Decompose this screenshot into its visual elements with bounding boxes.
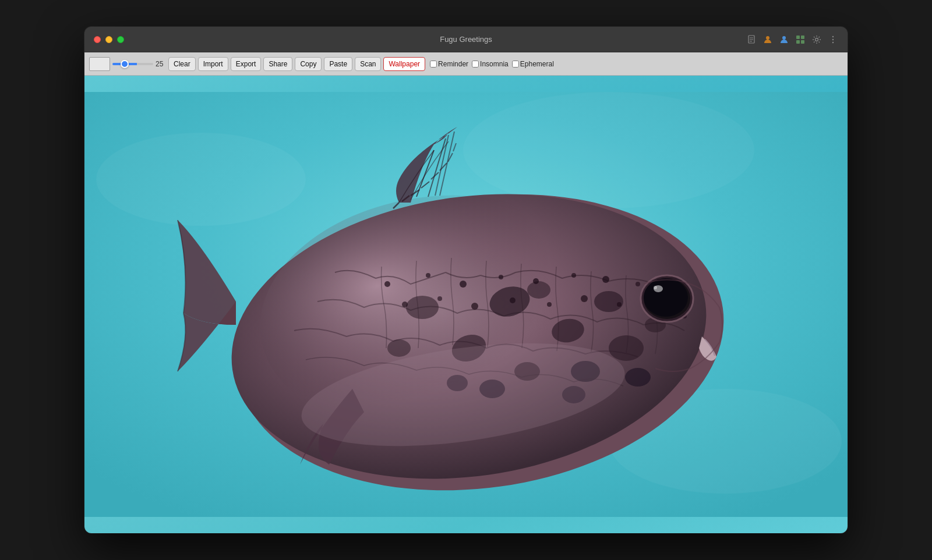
clear-button[interactable]: Clear xyxy=(168,57,196,71)
svg-point-54 xyxy=(547,302,552,307)
svg-point-52 xyxy=(471,303,478,310)
share-button[interactable]: Share xyxy=(263,57,292,71)
svg-point-15 xyxy=(96,133,306,226)
svg-point-50 xyxy=(402,302,408,307)
window-title: Fugu Greetings xyxy=(440,35,492,44)
brush-size-slider[interactable] xyxy=(112,63,153,65)
insomnia-checkbox[interactable] xyxy=(472,61,479,68)
reminder-checkbox-label[interactable]: Reminder xyxy=(430,60,468,68)
user-icon[interactable] xyxy=(762,34,773,45)
svg-point-45 xyxy=(533,278,539,284)
titlebar: Fugu Greetings xyxy=(84,27,848,52)
svg-point-28 xyxy=(594,291,623,312)
new-document-icon[interactable] xyxy=(746,34,757,45)
extensions-icon[interactable] xyxy=(795,34,806,45)
svg-point-63 xyxy=(654,286,657,289)
reminder-label: Reminder xyxy=(438,60,468,68)
svg-point-5 xyxy=(782,36,786,40)
svg-point-12 xyxy=(832,38,834,40)
svg-point-16 xyxy=(463,92,754,208)
close-button[interactable] xyxy=(94,36,101,43)
svg-rect-7 xyxy=(801,36,804,39)
ephemeral-label: Ephemeral xyxy=(520,60,554,68)
more-icon[interactable] xyxy=(828,34,838,45)
svg-point-43 xyxy=(460,281,467,288)
copy-button[interactable]: Copy xyxy=(295,57,322,71)
svg-point-47 xyxy=(602,276,609,283)
profile-icon[interactable] xyxy=(779,34,789,45)
minimize-button[interactable] xyxy=(105,36,112,43)
fish-background xyxy=(84,76,848,533)
svg-point-55 xyxy=(581,295,588,302)
toolbar: 25 Clear Import Export Share Copy Paste … xyxy=(84,52,848,76)
svg-point-46 xyxy=(571,273,576,278)
scan-button[interactable]: Scan xyxy=(355,57,381,71)
svg-point-41 xyxy=(384,281,390,287)
traffic-lights xyxy=(94,36,124,43)
svg-point-11 xyxy=(832,36,834,37)
svg-point-44 xyxy=(499,275,503,279)
app-window: Fugu Greetings xyxy=(84,27,848,533)
slider-container: 25 xyxy=(112,60,166,68)
ephemeral-checkbox[interactable] xyxy=(512,61,519,68)
svg-point-34 xyxy=(527,281,550,299)
checkbox-group: Reminder Insomnia Ephemeral xyxy=(430,60,554,68)
svg-point-53 xyxy=(510,297,516,303)
settings-icon[interactable] xyxy=(811,34,822,45)
svg-point-10 xyxy=(816,38,818,41)
wallpaper-button[interactable]: Wallpaper xyxy=(383,57,425,71)
maximize-button[interactable] xyxy=(117,36,124,43)
svg-rect-9 xyxy=(801,40,804,44)
color-swatch[interactable] xyxy=(89,57,110,71)
titlebar-actions xyxy=(746,34,838,45)
svg-point-39 xyxy=(387,339,411,357)
canvas-area[interactable] xyxy=(84,76,848,533)
ephemeral-checkbox-label[interactable]: Ephemeral xyxy=(512,60,554,68)
svg-point-30 xyxy=(609,335,644,361)
insomnia-label: Insomnia xyxy=(480,60,509,68)
import-button[interactable]: Import xyxy=(198,57,228,71)
svg-point-42 xyxy=(426,273,430,278)
svg-point-48 xyxy=(636,282,640,286)
slider-value: 25 xyxy=(156,60,166,68)
svg-point-37 xyxy=(625,368,651,387)
svg-point-4 xyxy=(766,36,769,40)
export-button[interactable]: Export xyxy=(231,57,262,71)
svg-point-56 xyxy=(617,302,622,307)
svg-rect-6 xyxy=(796,36,800,39)
svg-rect-8 xyxy=(796,40,800,44)
insomnia-checkbox-label[interactable]: Insomnia xyxy=(472,60,509,68)
svg-point-61 xyxy=(644,278,688,317)
fish-illustration xyxy=(84,76,848,533)
svg-point-13 xyxy=(832,41,834,42)
svg-point-51 xyxy=(437,296,442,301)
reminder-checkbox[interactable] xyxy=(430,61,437,68)
paste-button[interactable]: Paste xyxy=(324,57,352,71)
